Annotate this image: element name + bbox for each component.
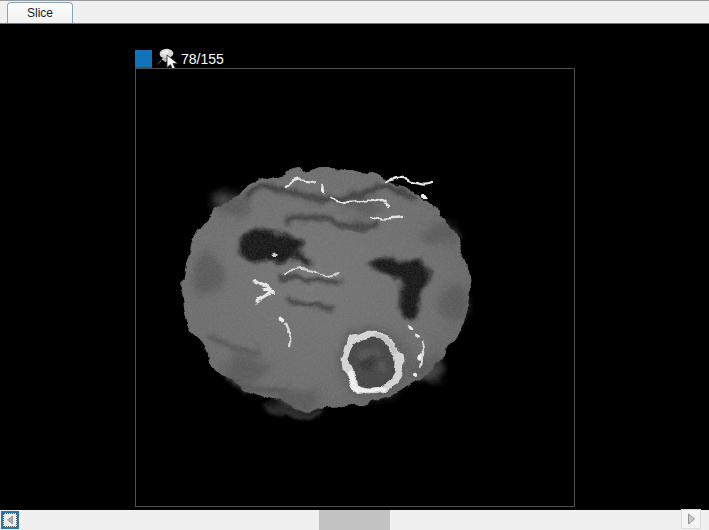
horizontal-scrollbar[interactable] — [0, 510, 709, 530]
scroll-right-button[interactable] — [681, 509, 701, 529]
triangle-right-icon — [687, 513, 696, 525]
tab-slice[interactable]: Slice — [7, 2, 73, 23]
scrollbar-thumb[interactable] — [319, 510, 390, 530]
tab-bar — [0, 0, 709, 23]
mri-brain-image — [136, 69, 574, 506]
slice-counter: 78/155 — [181, 51, 224, 67]
triangle-left-icon — [6, 515, 14, 525]
scroll-left-button[interactable] — [1, 511, 19, 529]
tab-slice-label: Slice — [27, 6, 53, 20]
slice-viewer-window: Slice 78/155 — [0, 0, 709, 530]
slice-viewport[interactable] — [135, 68, 575, 507]
slice-color-swatch[interactable] — [135, 50, 152, 68]
viewer-client-area: 78/155 — [0, 24, 709, 510]
